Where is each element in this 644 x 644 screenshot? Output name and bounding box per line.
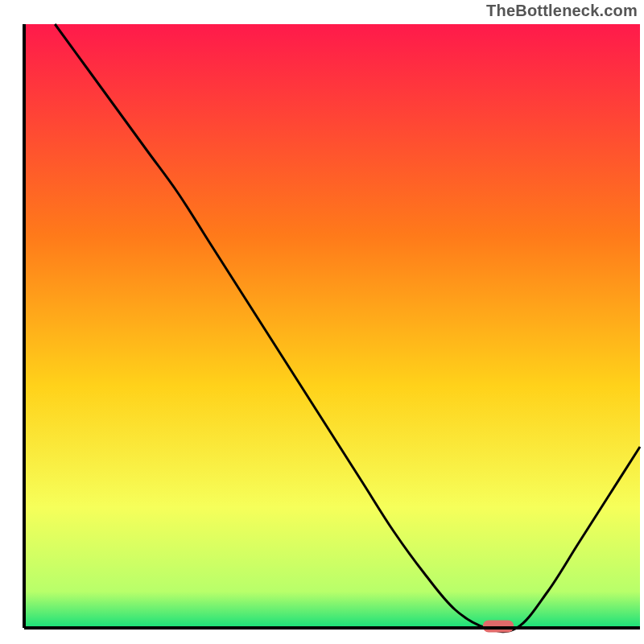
- bottleneck-chart: [0, 0, 644, 644]
- chart-container: TheBottleneck.com: [0, 0, 644, 644]
- plot-background: [24, 24, 640, 628]
